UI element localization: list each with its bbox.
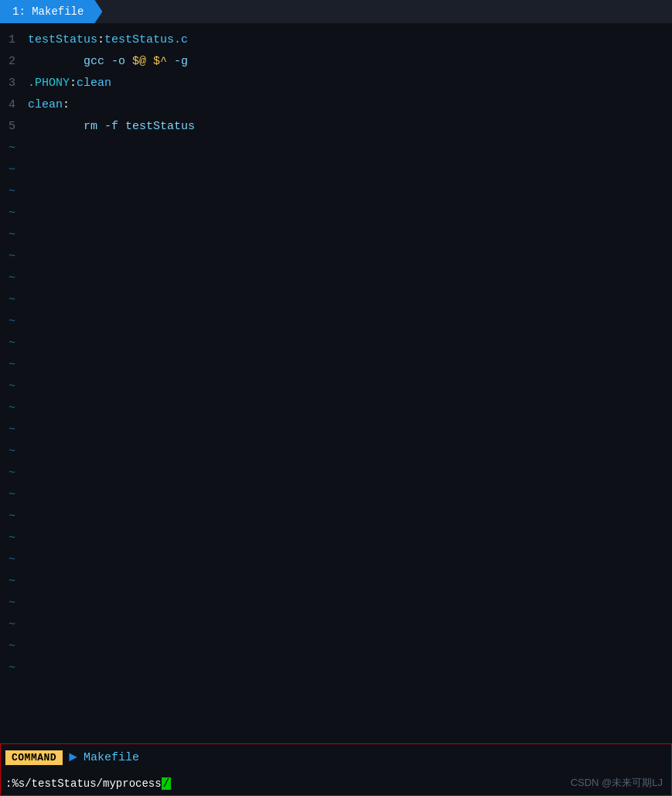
code-line: 5 rm -f testStatus xyxy=(0,116,672,138)
tilde-line: ~ xyxy=(0,636,672,658)
tilde-line: ~ xyxy=(0,571,672,593)
tilde-line: ~ xyxy=(0,203,672,224)
tilde-line: ~ xyxy=(0,441,672,463)
active-tab[interactable]: 1: Makefile xyxy=(0,0,102,23)
tilde-char: ~ xyxy=(0,614,25,636)
line-code: clean: xyxy=(25,94,70,116)
tilde-char: ~ xyxy=(0,311,25,333)
code-line: 4clean: xyxy=(0,94,672,116)
line-code: gcc -o $@ $^ -g xyxy=(25,51,188,73)
tilde-char: ~ xyxy=(0,528,25,549)
tilde-line: ~ xyxy=(0,354,672,376)
line-number: 2 xyxy=(0,51,25,73)
tilde-char: ~ xyxy=(0,181,25,203)
tilde-line: ~ xyxy=(0,181,672,203)
tilde-line: ~ xyxy=(0,658,672,679)
line-code: testStatus:testStatus.c xyxy=(25,29,188,51)
watermark: CSDN @未来可期LJ xyxy=(571,776,663,790)
tilde-line: ~ xyxy=(0,268,672,289)
tilde-char: ~ xyxy=(0,398,25,419)
code-line: 3.PHONY:clean xyxy=(0,73,672,94)
tilde-char: ~ xyxy=(0,463,25,484)
tab-label: 1: Makefile xyxy=(12,5,84,18)
tilde-line: ~ xyxy=(0,138,672,159)
tilde-line: ~ xyxy=(0,506,672,528)
tilde-char: ~ xyxy=(0,376,25,398)
tilde-char: ~ xyxy=(0,224,25,246)
code-line: 2 gcc -o $@ $^ -g xyxy=(0,51,672,73)
tilde-char: ~ xyxy=(0,246,25,268)
code-line: 1testStatus:testStatus.c xyxy=(0,29,672,51)
tab-bar: 1: Makefile xyxy=(0,0,672,23)
tilde-line: ~ xyxy=(0,289,672,311)
tilde-line: ~ xyxy=(0,398,672,419)
tilde-char: ~ xyxy=(0,484,25,506)
tilde-char: ~ xyxy=(0,289,25,311)
tilde-line: ~ xyxy=(0,593,672,614)
cmd-cursor: / xyxy=(162,777,171,790)
tilde-char: ~ xyxy=(0,441,25,463)
tilde-line: ~ xyxy=(0,246,672,268)
tilde-char: ~ xyxy=(0,419,25,441)
tilde-line: ~ xyxy=(0,419,672,441)
command-top: COMMAND ► Makefile xyxy=(1,744,671,770)
tilde-line: ~ xyxy=(0,484,672,506)
tilde-char: ~ xyxy=(0,506,25,528)
tilde-char: ~ xyxy=(0,159,25,181)
tilde-char: ~ xyxy=(0,354,25,376)
tilde-line: ~ xyxy=(0,333,672,354)
tilde-char: ~ xyxy=(0,636,25,658)
code-content: 1testStatus:testStatus.c2 gcc -o $@ $^ -… xyxy=(0,23,672,743)
tilde-char: ~ xyxy=(0,268,25,289)
tilde-line: ~ xyxy=(0,311,672,333)
tilde-line: ~ xyxy=(0,376,672,398)
tilde-line: ~ xyxy=(0,549,672,571)
line-code: .PHONY:clean xyxy=(25,73,111,94)
tilde-char: ~ xyxy=(0,333,25,354)
line-number: 3 xyxy=(0,73,25,94)
tilde-char: ~ xyxy=(0,203,25,224)
command-filename: Makefile xyxy=(84,751,139,764)
tilde-char: ~ xyxy=(0,658,25,679)
command-arrow: ► xyxy=(69,750,77,765)
command-badge: COMMAND xyxy=(5,750,63,765)
tilde-char: ~ xyxy=(0,549,25,571)
tilde-line: ~ xyxy=(0,463,672,484)
tilde-char: ~ xyxy=(0,138,25,159)
line-number: 1 xyxy=(0,29,25,51)
cmd-prefix: :%s/testStatus/myprocess xyxy=(5,777,162,790)
tilde-line: ~ xyxy=(0,528,672,549)
line-number: 5 xyxy=(0,116,25,138)
line-number: 4 xyxy=(0,94,25,116)
tilde-char: ~ xyxy=(0,571,25,593)
tilde-char: ~ xyxy=(0,593,25,614)
editor-area: 1testStatus:testStatus.c2 gcc -o $@ $^ -… xyxy=(0,23,672,743)
tilde-line: ~ xyxy=(0,159,672,181)
tilde-line: ~ xyxy=(0,614,672,636)
tilde-line: ~ xyxy=(0,224,672,246)
line-code: rm -f testStatus xyxy=(25,116,195,138)
